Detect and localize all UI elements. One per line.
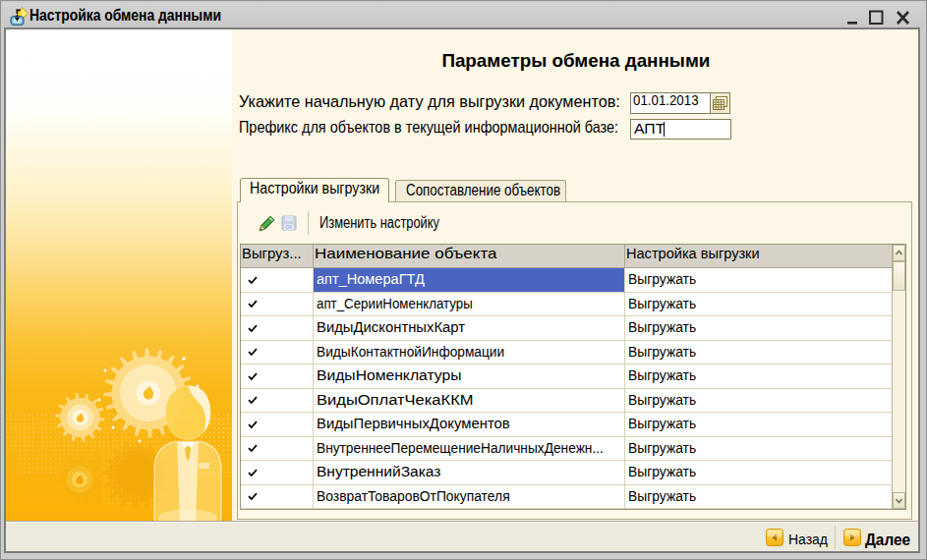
svg-text:OK: OK [286, 225, 293, 230]
